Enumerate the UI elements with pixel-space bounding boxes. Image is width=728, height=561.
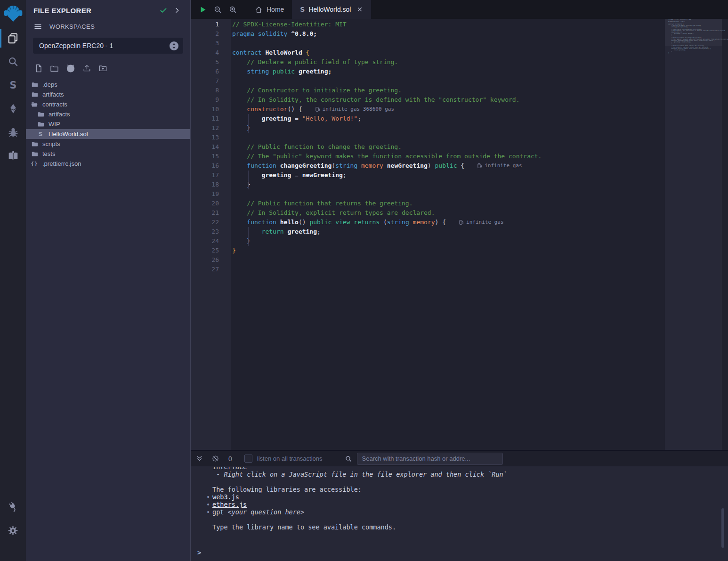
- workspace-selected-value: OpenZeppelin ERC20 - 1: [39, 42, 169, 49]
- sidebar-item-plugin-manager[interactable]: [0, 495, 26, 519]
- ethers-link[interactable]: ethers.js: [212, 501, 247, 508]
- gas-pump-icon: [477, 163, 482, 169]
- solidity-file-icon: S: [39, 131, 43, 138]
- upload-file-button[interactable]: [82, 64, 92, 73]
- new-file-button[interactable]: [34, 64, 43, 73]
- code-line: // Public function to change the greetin…: [232, 142, 665, 152]
- tree-item-helloworld-sol[interactable]: SHelloWorld.sol: [26, 129, 190, 139]
- clone-from-github-button[interactable]: [65, 63, 76, 73]
- upload-folder-button[interactable]: [98, 64, 108, 73]
- gas-estimate-annotation: infinite gas 368600 gas: [315, 105, 394, 114]
- tree-item-contracts[interactable]: contracts: [26, 99, 190, 109]
- code-line: // Public function that returns the gree…: [232, 199, 665, 208]
- tree-item-scripts[interactable]: scripts: [26, 139, 190, 149]
- new-folder-button[interactable]: [49, 64, 59, 73]
- code-line: constructor() {infinite gas 368600 gas: [232, 105, 665, 114]
- tree-item-artifacts[interactable]: artifacts: [26, 89, 190, 99]
- terminal-scrollbar-thumb[interactable]: [721, 508, 724, 548]
- sidebar-item-search[interactable]: [0, 50, 26, 73]
- hamburger-menu-icon[interactable]: [33, 22, 42, 31]
- minimap[interactable]: // SPDX-License-Identifier: MIT pragma s…: [665, 19, 722, 450]
- book-icon: [7, 150, 19, 162]
- tab-home[interactable]: Home: [247, 0, 292, 19]
- minimap-slider[interactable]: [665, 19, 722, 46]
- line-number: 20: [191, 199, 231, 208]
- indent-guide: [248, 171, 249, 180]
- code-line: // Declare a public field of type string…: [232, 57, 665, 67]
- folder-icon: [31, 151, 38, 157]
- run-script-button[interactable]: [195, 0, 210, 19]
- json-file-icon: {}: [31, 161, 38, 167]
- plug-icon: [7, 501, 19, 513]
- sort-toggle-icon[interactable]: [169, 41, 179, 51]
- code-area[interactable]: // SPDX-License-Identifier: MITpragma so…: [231, 19, 665, 450]
- line-number: 14: [191, 142, 231, 152]
- iconbar-bottom-group: [0, 495, 26, 542]
- line-number: 22: [191, 218, 231, 227]
- tree-item-artifacts[interactable]: artifacts: [26, 109, 190, 119]
- line-number: 24: [191, 236, 231, 246]
- line-number: 6: [191, 67, 231, 76]
- tree-item--deps[interactable]: .deps: [26, 80, 190, 89]
- code-line: greeting = newGreeting;: [232, 171, 665, 180]
- zoom-in-icon: [228, 5, 237, 14]
- terminal-line-intro: The following libraries are accessible:: [212, 486, 728, 493]
- sidebar-item-deploy-and-run[interactable]: [0, 97, 26, 121]
- terminal-panel: 0 listen on all transactions interface -…: [191, 450, 728, 561]
- remix-logo[interactable]: [0, 0, 26, 26]
- gas-estimate-annotation: infinite gas: [459, 218, 503, 227]
- panel-collapse-button[interactable]: [173, 7, 181, 14]
- line-number: 17: [191, 171, 231, 180]
- transaction-search-input[interactable]: [357, 453, 503, 465]
- gear-icon: [7, 525, 19, 537]
- double-chevron-down-icon: [195, 455, 203, 463]
- tab-label: HelloWorld.sol: [308, 6, 351, 13]
- listen-transactions-checkbox[interactable]: [244, 455, 252, 463]
- web3-link[interactable]: web3.js: [212, 493, 239, 501]
- tree-item-label: artifacts: [49, 111, 70, 118]
- sidebar-item-learneth[interactable]: [0, 144, 26, 168]
- code-line: return greeting;: [232, 227, 665, 236]
- close-tab-button[interactable]: [356, 6, 363, 13]
- zoom-out-button[interactable]: [210, 0, 225, 19]
- folder-icon: [31, 141, 38, 147]
- confirm-button[interactable]: [159, 6, 168, 15]
- sidebar-item-file-explorer[interactable]: [0, 26, 26, 50]
- line-number: 18: [191, 180, 231, 189]
- zoom-in-button[interactable]: [225, 0, 240, 19]
- tree-item-label: .prettierrc.json: [42, 160, 81, 167]
- line-number: 26: [191, 255, 231, 265]
- bullet: •: [206, 508, 212, 516]
- folder-icon: [37, 111, 44, 118]
- tree-item-tests[interactable]: tests: [26, 149, 190, 159]
- terminal-line-clipped: interface: [212, 467, 728, 471]
- tab-label: Home: [267, 6, 284, 13]
- gas-pump-icon: [315, 106, 320, 112]
- line-number: 19: [191, 189, 231, 199]
- new-file-icon: [34, 64, 43, 73]
- zoom-out-icon: [213, 5, 222, 14]
- indent-guide: [248, 114, 249, 123]
- sidebar-item-settings[interactable]: [0, 519, 26, 542]
- code-line: // SPDX-License-Identifier: MIT: [232, 20, 665, 29]
- workspace-select[interactable]: OpenZeppelin ERC20 - 1: [33, 38, 183, 54]
- editor-toolbar: Home S HelloWorld.sol: [191, 0, 728, 19]
- terminal-line-type-hint: Type the library name to see available c…: [212, 523, 728, 531]
- collapse-terminal-button[interactable]: [195, 455, 203, 463]
- upload-icon: [82, 64, 92, 73]
- tree-item-label: HelloWorld.sol: [49, 130, 88, 138]
- search-icon: [7, 56, 19, 68]
- play-icon: [198, 5, 207, 14]
- line-number: 27: [191, 265, 231, 274]
- line-number: 9: [191, 95, 231, 105]
- sidebar-item-solidity-compiler[interactable]: S: [0, 73, 26, 97]
- sidebar-item-debugger[interactable]: [0, 121, 26, 144]
- new-folder-icon: [49, 64, 59, 73]
- line-number: 16: [191, 161, 231, 171]
- tree-item-label: .deps: [42, 81, 57, 88]
- tree-item-wip[interactable]: WIP: [26, 119, 190, 129]
- tree-item--prettierrc-json[interactable]: {}.prettierrc.json: [26, 159, 190, 169]
- terminal-prompt[interactable]: >: [197, 549, 201, 556]
- tab-helloworld-sol[interactable]: S HelloWorld.sol: [292, 0, 371, 19]
- clear-console-button[interactable]: [211, 455, 219, 463]
